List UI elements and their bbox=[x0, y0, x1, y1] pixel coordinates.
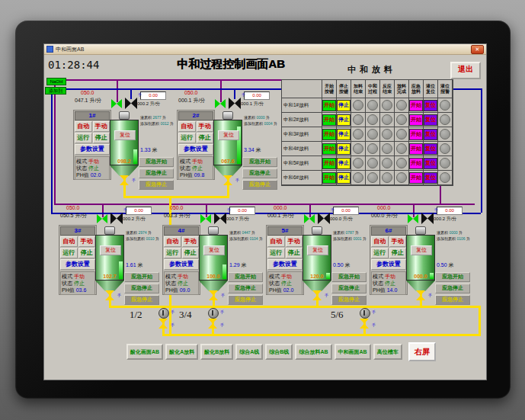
emergency-start-button[interactable]: 应急开始 bbox=[242, 157, 277, 167]
pump-icon[interactable] bbox=[360, 308, 370, 319]
emergency-discharge-button[interactable]: 开始 bbox=[409, 158, 423, 169]
stop-button[interactable]: 停止 bbox=[337, 100, 351, 111]
emergency-stop-button[interactable]: 应急停止 bbox=[228, 284, 263, 293]
stop-button[interactable]: 停止 bbox=[182, 248, 200, 258]
run-button[interactable]: 运行 bbox=[164, 248, 181, 258]
emergency-start-button[interactable]: 应急开始 bbox=[331, 272, 367, 282]
emergency-stop-button[interactable]: 应急停止 bbox=[331, 284, 367, 293]
emergency-stop-button[interactable]: 应急停止 bbox=[124, 284, 159, 293]
emergency-stop-button[interactable]: 应急停止 bbox=[242, 168, 277, 178]
stop-button[interactable]: 停止 bbox=[337, 143, 351, 155]
start-button[interactable]: 开始 bbox=[322, 129, 336, 140]
pump-icon[interactable] bbox=[208, 308, 219, 319]
nav-button[interactable]: 酸化A放料 bbox=[165, 344, 198, 360]
stop-button[interactable]: 停止 bbox=[337, 172, 351, 184]
discharge-valve-icon[interactable] bbox=[416, 290, 425, 300]
additive-valve-icon[interactable] bbox=[318, 213, 330, 224]
pump-valve-icon[interactable] bbox=[208, 319, 217, 329]
params-button[interactable]: 参数设置 bbox=[60, 259, 95, 270]
nav-button[interactable]: 中和画面AB bbox=[335, 344, 371, 360]
params-button[interactable]: 参数设置 bbox=[371, 259, 406, 270]
params-button[interactable]: 参数设置 bbox=[164, 259, 199, 270]
close-icon[interactable]: ✕ bbox=[471, 45, 484, 54]
emergency-stop-button-2[interactable]: 应急停止 bbox=[139, 180, 174, 190]
nav-button[interactable]: 综合放料AB bbox=[295, 344, 331, 360]
level-reset-button[interactable]: 复位 bbox=[424, 129, 437, 140]
level-reset-button[interactable]: 复位 bbox=[424, 100, 437, 111]
emergency-start-button[interactable]: 应急开始 bbox=[435, 272, 470, 282]
nav-button[interactable]: 高位槽车 bbox=[373, 344, 402, 360]
naoh-valve-icon[interactable] bbox=[200, 214, 211, 223]
stop-button[interactable]: 停止 bbox=[197, 133, 214, 143]
emergency-start-button[interactable]: 应急开始 bbox=[139, 157, 174, 167]
level-reset-button[interactable]: 复位 bbox=[424, 158, 437, 169]
nav-button[interactable]: 酸化画面AB bbox=[126, 344, 163, 360]
emergency-discharge-button[interactable]: 开始 bbox=[409, 100, 423, 111]
emergency-discharge-button[interactable]: 开始 bbox=[409, 114, 423, 126]
stop-button[interactable]: 停止 bbox=[337, 114, 351, 126]
auto-button[interactable]: 自动 bbox=[267, 236, 285, 247]
run-button[interactable]: 运行 bbox=[178, 133, 196, 143]
run-button[interactable]: 运行 bbox=[60, 248, 78, 258]
emergency-start-button[interactable]: 应急开始 bbox=[124, 272, 159, 282]
auto-button[interactable]: 自动 bbox=[178, 121, 196, 132]
params-button[interactable]: 参数设置 bbox=[267, 259, 303, 270]
manual-button[interactable]: 手动 bbox=[78, 236, 96, 247]
level-reset-button[interactable]: 复位 bbox=[424, 143, 437, 155]
tank-reset-button[interactable]: 复位 bbox=[411, 245, 432, 255]
stop-button[interactable]: 停止 bbox=[93, 133, 110, 143]
level-reset-button[interactable]: 复位 bbox=[424, 114, 437, 126]
emergency-discharge-button[interactable]: 开始 bbox=[409, 172, 423, 184]
additive-valve-icon[interactable] bbox=[110, 213, 123, 224]
level-reset-button[interactable]: 复位 bbox=[424, 172, 437, 184]
manual-button[interactable]: 手动 bbox=[197, 121, 214, 132]
start-button[interactable]: 开始 bbox=[322, 143, 336, 155]
manual-button[interactable]: 手动 bbox=[93, 121, 110, 132]
pump-icon[interactable] bbox=[158, 308, 169, 319]
stop-button[interactable]: 停止 bbox=[337, 129, 351, 140]
emergency-stop-button-2[interactable]: 应急停止 bbox=[124, 295, 159, 305]
stop-button[interactable]: 停止 bbox=[78, 248, 96, 258]
naoh-valve-icon[interactable] bbox=[97, 214, 107, 223]
auto-button[interactable]: 自动 bbox=[75, 121, 92, 132]
start-button[interactable]: 开始 bbox=[322, 114, 336, 126]
emergency-discharge-button[interactable]: 开始 bbox=[409, 143, 423, 155]
stop-button[interactable]: 停止 bbox=[337, 158, 351, 169]
manual-button[interactable]: 手动 bbox=[286, 236, 303, 247]
pump-valve-icon[interactable] bbox=[158, 319, 168, 329]
pump-valve-icon[interactable] bbox=[360, 319, 369, 329]
additive-valve-icon[interactable] bbox=[421, 213, 434, 224]
discharge-valve-icon[interactable] bbox=[312, 290, 322, 300]
nav-button[interactable]: 综合A线 bbox=[235, 344, 263, 360]
emergency-stop-button[interactable]: 应急停止 bbox=[139, 168, 174, 178]
auto-button[interactable]: 自动 bbox=[371, 236, 389, 247]
emergency-stop-button-2[interactable]: 应急停止 bbox=[331, 295, 367, 305]
discharge-valve-icon[interactable] bbox=[209, 290, 218, 300]
emergency-stop-button-2[interactable]: 应急停止 bbox=[228, 295, 263, 305]
start-button[interactable]: 开始 bbox=[322, 172, 336, 184]
emergency-start-button[interactable]: 应急开始 bbox=[228, 272, 263, 282]
stop-button[interactable]: 停止 bbox=[389, 248, 407, 258]
discharge-valve-icon[interactable] bbox=[120, 175, 129, 185]
params-button[interactable]: 参数设置 bbox=[75, 144, 110, 155]
tank-reset-button[interactable]: 复位 bbox=[203, 245, 225, 255]
discharge-valve-icon[interactable] bbox=[105, 290, 114, 300]
manual-button[interactable]: 手动 bbox=[389, 236, 407, 247]
run-button[interactable]: 运行 bbox=[371, 248, 389, 258]
tank-reset-button[interactable]: 复位 bbox=[307, 245, 328, 255]
manual-button[interactable]: 手动 bbox=[182, 236, 200, 247]
run-button[interactable]: 运行 bbox=[267, 248, 285, 258]
stop-button[interactable]: 停止 bbox=[286, 248, 303, 258]
exit-button[interactable]: 退出 bbox=[450, 62, 481, 79]
tank-reset-button[interactable]: 复位 bbox=[100, 245, 121, 255]
tank-reset-button[interactable]: 复位 bbox=[114, 130, 136, 140]
auto-button[interactable]: 自动 bbox=[164, 236, 181, 247]
start-button[interactable]: 开始 bbox=[322, 100, 336, 111]
additive-valve-icon[interactable] bbox=[125, 98, 137, 109]
nav-button[interactable]: 酸化B放料 bbox=[200, 344, 233, 360]
emergency-discharge-button[interactable]: 开始 bbox=[409, 129, 423, 140]
run-button[interactable]: 运行 bbox=[75, 133, 92, 143]
naoh-valve-icon[interactable] bbox=[304, 214, 315, 223]
additive-valve-icon[interactable] bbox=[229, 98, 241, 109]
additive-valve-icon[interactable] bbox=[214, 213, 226, 224]
